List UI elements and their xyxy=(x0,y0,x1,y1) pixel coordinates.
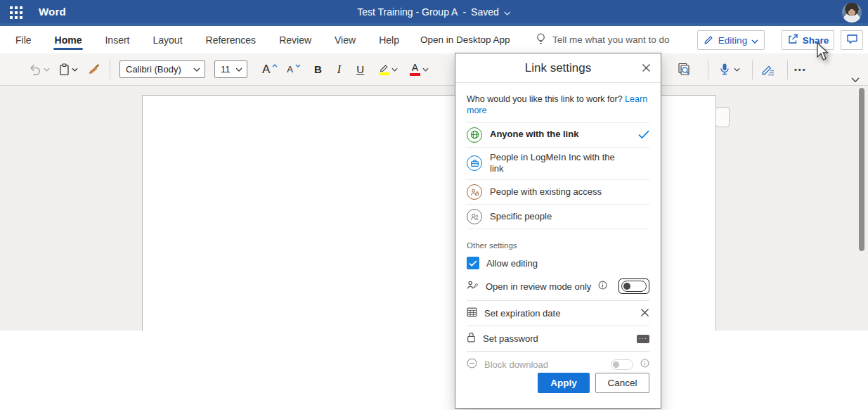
microphone-icon xyxy=(718,63,731,77)
cancel-button[interactable]: Cancel xyxy=(595,373,649,393)
tell-me-button[interactable]: Tell me what you want to do xyxy=(536,26,670,53)
tab-review[interactable]: Review xyxy=(279,26,311,53)
vertical-scrollbar[interactable] xyxy=(859,88,864,251)
selected-check-icon xyxy=(638,129,649,141)
lightbulb-icon xyxy=(536,32,546,48)
undo-chevron-icon xyxy=(44,68,50,72)
font-color-chevron-icon xyxy=(422,68,429,72)
collapse-ribbon-icon[interactable] xyxy=(851,72,860,85)
title-separator: - xyxy=(462,6,466,18)
dialog-header: Link settings xyxy=(455,53,661,83)
tab-references[interactable]: References xyxy=(206,26,257,53)
tab-insert[interactable]: Insert xyxy=(105,26,129,53)
password-entry-icon xyxy=(637,335,649,343)
option-specific-people[interactable]: Specific people xyxy=(467,205,649,229)
tab-layout[interactable]: Layout xyxy=(153,26,182,53)
document-title: Test Training - Group A xyxy=(357,6,458,18)
option-people-in-org[interactable]: People in LogMeIn Inc with the link xyxy=(467,148,649,181)
more-commands-button[interactable]: ••• xyxy=(794,53,807,85)
pencil-icon xyxy=(704,34,714,46)
dialog-buttons: Apply Cancel xyxy=(538,373,649,393)
comment-bubble-icon xyxy=(846,34,858,46)
tab-home[interactable]: Home xyxy=(55,26,82,53)
format-painter-icon xyxy=(87,63,101,75)
italic-button[interactable]: I xyxy=(337,63,341,76)
review-mode-row: Open in review mode only xyxy=(467,278,649,294)
underline-button[interactable]: U xyxy=(356,63,364,75)
set-expiration-label: Set expiration date xyxy=(484,308,560,319)
editing-mode-button[interactable]: Editing xyxy=(697,30,765,50)
briefcase-icon xyxy=(467,155,482,171)
comments-button[interactable] xyxy=(841,30,863,50)
link-audience-options: Anyone with the link People in LogMeIn I… xyxy=(467,122,649,230)
app-launcher-icon[interactable] xyxy=(8,5,25,22)
undo-button[interactable] xyxy=(28,63,50,76)
document-canvas xyxy=(0,86,868,331)
paste-chevron-icon xyxy=(72,68,78,72)
paste-button[interactable] xyxy=(59,63,78,76)
review-mode-toggle-focus xyxy=(618,278,649,294)
open-in-desktop-button[interactable]: Open in Desktop App xyxy=(420,26,510,53)
shrink-font-button[interactable]: A xyxy=(287,64,301,75)
dialog-intro: Who would you like this link to work for… xyxy=(467,94,649,117)
review-mode-info-icon[interactable] xyxy=(598,280,607,293)
tab-help[interactable]: Help xyxy=(379,26,399,53)
grow-font-button[interactable]: A xyxy=(262,63,278,77)
allow-editing-row: Allow editing xyxy=(467,257,649,269)
set-password-row[interactable]: Set password xyxy=(467,326,649,352)
highlight-color-button[interactable] xyxy=(378,63,398,75)
set-expiration-row[interactable]: Set expiration date xyxy=(467,301,649,326)
highlight-chevron-icon xyxy=(391,68,398,72)
document-title-bar[interactable]: Test Training - Group A - Saved xyxy=(357,6,511,18)
editor-pen-icon xyxy=(760,63,776,76)
page-comment-button[interactable] xyxy=(715,107,730,127)
review-mode-label: Open in review mode only xyxy=(486,281,591,292)
circle-minus-icon xyxy=(467,358,477,371)
clear-expiration-icon[interactable] xyxy=(640,307,649,320)
block-download-toggle xyxy=(611,359,633,370)
apply-button[interactable]: Apply xyxy=(538,373,590,393)
font-name-select[interactable]: Calibri (Body) xyxy=(119,60,205,78)
link-settings-dialog: Link settings Who would you like this li… xyxy=(455,53,661,409)
people-lock-icon xyxy=(467,184,482,200)
font-color-button[interactable]: A xyxy=(410,63,429,76)
highlight-color-swatch xyxy=(379,72,389,75)
save-status-chevron-icon[interactable] xyxy=(504,6,511,18)
font-size-chevron-icon xyxy=(235,68,242,72)
share-icon xyxy=(787,34,798,46)
user-avatar[interactable] xyxy=(842,3,862,23)
font-size-value: 11 xyxy=(221,64,231,75)
other-settings-label: Other settings xyxy=(467,241,649,250)
allow-editing-label: Allow editing xyxy=(486,258,538,269)
find-button[interactable] xyxy=(677,53,692,85)
grow-caret-icon xyxy=(272,64,278,68)
clipboard-icon xyxy=(59,63,70,76)
font-name-value: Calibri (Body) xyxy=(126,64,181,75)
tab-view[interactable]: View xyxy=(335,26,356,53)
close-icon[interactable] xyxy=(642,63,651,75)
allow-editing-checkbox[interactable] xyxy=(467,257,479,269)
font-color-swatch xyxy=(410,73,420,76)
editor-button[interactable] xyxy=(760,53,776,85)
review-mode-toggle[interactable] xyxy=(621,281,647,292)
option-existing-access[interactable]: People with existing access xyxy=(467,180,649,205)
toolbar-separator xyxy=(708,60,708,79)
dictate-chevron-icon xyxy=(734,68,740,72)
bold-button[interactable]: B xyxy=(314,63,322,75)
dictate-button[interactable] xyxy=(718,53,740,85)
font-size-select[interactable]: 11 xyxy=(214,60,247,78)
formatting-toolbar: Calibri (Body) 11 A A B I U xyxy=(0,53,868,86)
dialog-title: Link settings xyxy=(525,61,592,75)
shrink-caret-icon xyxy=(295,64,301,68)
option-anyone-with-link[interactable]: Anyone with the link xyxy=(467,123,649,148)
format-painter-button[interactable] xyxy=(87,63,101,75)
editing-label: Editing xyxy=(718,35,747,46)
tab-file[interactable]: File xyxy=(15,26,32,53)
editing-chevron-icon xyxy=(751,35,758,46)
block-download-info-icon[interactable] xyxy=(640,358,649,371)
highlighter-icon xyxy=(378,63,389,72)
ellipsis-icon: ••• xyxy=(794,65,807,74)
mouse-cursor xyxy=(815,42,831,65)
toolbar-separator xyxy=(110,60,110,79)
set-password-label: Set password xyxy=(483,333,538,344)
